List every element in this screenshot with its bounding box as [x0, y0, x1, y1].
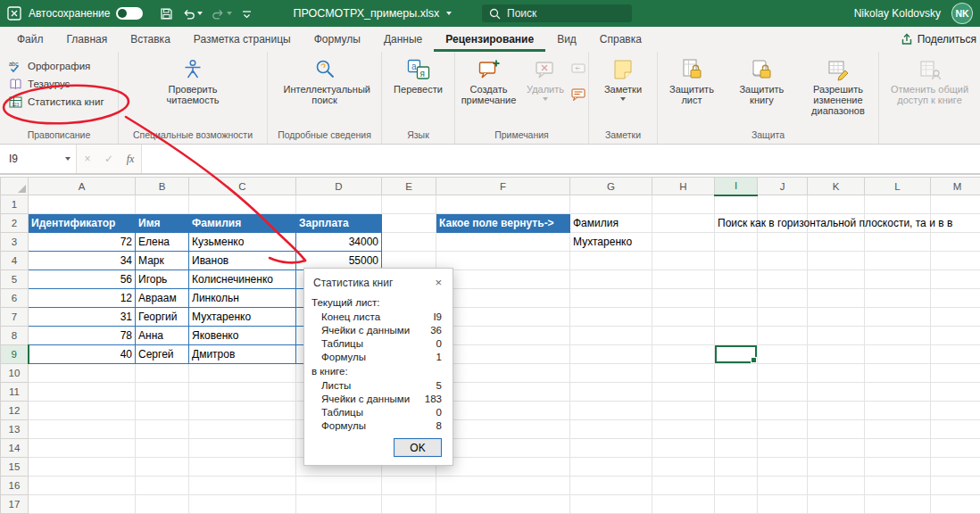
workbook-statistics-button[interactable]: 123 Статистика книг: [5, 93, 108, 111]
cell-J8[interactable]: [758, 327, 808, 345]
cell-G1[interactable]: [570, 195, 652, 214]
cell-I1[interactable]: [715, 195, 758, 214]
name-box[interactable]: I9: [0, 145, 77, 173]
cell-G14[interactable]: [570, 439, 652, 458]
cell-I9[interactable]: [715, 345, 758, 364]
cell-C13[interactable]: [189, 420, 296, 439]
cell-M3[interactable]: [931, 233, 980, 252]
cell-L8[interactable]: [865, 327, 931, 345]
cell-I5[interactable]: [715, 270, 758, 289]
cell-G2[interactable]: Фамилия: [570, 214, 652, 233]
cell-H14[interactable]: [652, 439, 715, 458]
cell-G7[interactable]: [570, 308, 652, 327]
cell-G12[interactable]: [570, 402, 652, 420]
cell-F5[interactable]: [436, 270, 570, 289]
cell-I3[interactable]: [715, 233, 758, 252]
cell-B16[interactable]: [136, 477, 189, 495]
cell-A3[interactable]: 72: [29, 233, 136, 252]
cell-H9[interactable]: [652, 345, 715, 364]
cell-K7[interactable]: [808, 308, 865, 327]
cell-F4[interactable]: [436, 252, 570, 270]
cell-H3[interactable]: [652, 233, 715, 252]
row-header-4[interactable]: 4: [1, 252, 29, 270]
cell-B17[interactable]: [136, 495, 189, 514]
cell-B10[interactable]: [136, 364, 189, 383]
row-header-2[interactable]: 2: [1, 214, 29, 233]
cell-G8[interactable]: [570, 327, 652, 345]
formula-input[interactable]: [141, 145, 980, 173]
cell-D3[interactable]: 34000: [296, 233, 382, 252]
cell-H11[interactable]: [652, 383, 715, 402]
cell-A4[interactable]: 34: [29, 252, 136, 270]
cell-K3[interactable]: [808, 233, 865, 252]
cell-H1[interactable]: [652, 195, 715, 214]
tab-formulas[interactable]: Формулы: [303, 27, 372, 52]
cell-C1[interactable]: [189, 195, 296, 214]
col-header-D[interactable]: D: [296, 178, 382, 195]
cell-A16[interactable]: [29, 477, 136, 495]
cell-B14[interactable]: [136, 439, 189, 458]
col-header-C[interactable]: C: [189, 178, 296, 195]
cell-M14[interactable]: [931, 439, 980, 458]
cell-C9[interactable]: Дмитров: [189, 345, 296, 364]
cell-A12[interactable]: [29, 402, 136, 420]
ok-button[interactable]: OK: [394, 438, 442, 457]
cell-C14[interactable]: [189, 439, 296, 458]
cell-I11[interactable]: [715, 383, 758, 402]
cell-B2[interactable]: Имя: [136, 214, 189, 233]
cell-F16[interactable]: [436, 477, 570, 495]
notes-button[interactable]: Заметки: [601, 54, 645, 101]
col-header-J[interactable]: J: [758, 178, 808, 195]
cell-J9[interactable]: [758, 345, 808, 364]
cell-I12[interactable]: [715, 402, 758, 420]
cell-A9[interactable]: 40: [29, 345, 136, 364]
row-header-11[interactable]: 11: [1, 383, 29, 402]
cell-J4[interactable]: [758, 252, 808, 270]
smart-lookup-button[interactable]: Интеллектуальный поиск: [280, 54, 370, 105]
row-header-17[interactable]: 17: [1, 495, 29, 514]
col-header-L[interactable]: L: [865, 178, 931, 195]
cell-C11[interactable]: [189, 383, 296, 402]
cell-A11[interactable]: [29, 383, 136, 402]
cell-B11[interactable]: [136, 383, 189, 402]
cell-H12[interactable]: [652, 402, 715, 420]
cell-C12[interactable]: [189, 402, 296, 420]
cell-F15[interactable]: [436, 458, 570, 477]
cell-G4[interactable]: [570, 252, 652, 270]
cell-H13[interactable]: [652, 420, 715, 439]
cell-J6[interactable]: [758, 289, 808, 308]
cell-G13[interactable]: [570, 420, 652, 439]
cell-F9[interactable]: [436, 345, 570, 364]
autosave-toggle[interactable]: [116, 7, 143, 20]
col-header-B[interactable]: B: [136, 178, 189, 195]
cell-A6[interactable]: 12: [29, 289, 136, 308]
cell-M11[interactable]: [931, 383, 980, 402]
cell-K13[interactable]: [808, 420, 865, 439]
cell-L9[interactable]: [865, 345, 931, 364]
cell-I10[interactable]: [715, 364, 758, 383]
cell-G15[interactable]: [570, 458, 652, 477]
cell-K4[interactable]: [808, 252, 865, 270]
cell-G5[interactable]: [570, 270, 652, 289]
cell-C17[interactable]: [189, 495, 296, 514]
cell-J7[interactable]: [758, 308, 808, 327]
cell-K10[interactable]: [808, 364, 865, 383]
cell-F3[interactable]: [436, 233, 570, 252]
confirm-entry-icon[interactable]: ✓: [98, 145, 120, 173]
cell-B13[interactable]: [136, 420, 189, 439]
cell-B8[interactable]: Анна: [136, 327, 189, 345]
cell-M10[interactable]: [931, 364, 980, 383]
cell-E16[interactable]: [382, 477, 436, 495]
spelling-button[interactable]: abc Орфография: [5, 57, 94, 75]
cell-F12[interactable]: [436, 402, 570, 420]
cell-G10[interactable]: [570, 364, 652, 383]
cell-E2[interactable]: [382, 214, 436, 233]
col-header-G[interactable]: G: [570, 178, 652, 195]
tab-page-layout[interactable]: Разметка страницы: [182, 27, 303, 52]
cell-L12[interactable]: [865, 402, 931, 420]
close-icon[interactable]: ×: [431, 276, 445, 289]
cell-K8[interactable]: [808, 327, 865, 345]
cell-K1[interactable]: [808, 195, 865, 214]
new-comment-button[interactable]: Создать примечание: [455, 54, 522, 105]
cell-H15[interactable]: [652, 458, 715, 477]
